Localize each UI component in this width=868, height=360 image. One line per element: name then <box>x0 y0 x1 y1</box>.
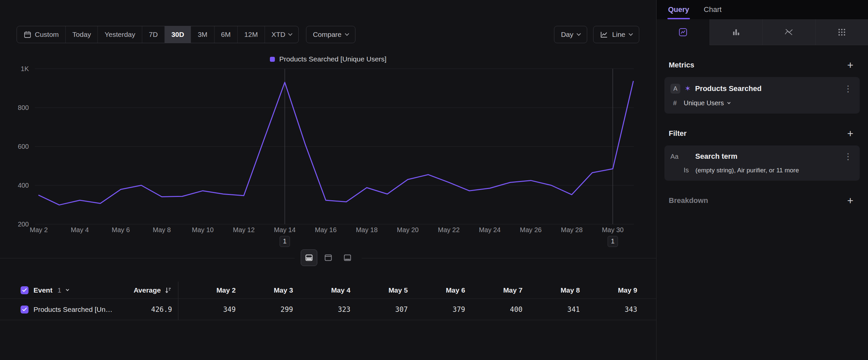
chevron-down-icon <box>629 32 633 36</box>
chart-type-tabs <box>657 19 868 45</box>
chart-only-view-icon[interactable] <box>320 249 337 266</box>
granularity-button[interactable]: Day <box>554 26 587 43</box>
date-column-header[interactable]: May 9 <box>580 282 637 299</box>
split-view-icon[interactable] <box>301 249 317 266</box>
svg-text:1: 1 <box>283 238 286 245</box>
row-value: 307 <box>350 299 408 320</box>
svg-text:May 6: May 6 <box>112 226 130 233</box>
row-checkbox[interactable] <box>21 306 29 313</box>
filter-property-name[interactable]: Search term <box>695 152 842 161</box>
average-column-header[interactable]: Average <box>113 282 178 299</box>
filter-value[interactable]: (empty string), Air purifier, or 11 more <box>695 167 799 174</box>
calendar-icon <box>24 31 31 38</box>
date-column-header[interactable]: May 7 <box>465 282 523 299</box>
event-count: 1 <box>57 286 61 294</box>
check-icon <box>22 288 27 292</box>
legend-label: Products Searched [Unique Users] <box>279 55 386 63</box>
svg-text:May 8: May 8 <box>153 226 171 233</box>
svg-text:May 22: May 22 <box>438 226 460 233</box>
sidebar-tab-bar: Query Chart <box>657 0 868 19</box>
table-row[interactable]: Products Searched [Unique Users]426.9349… <box>0 299 656 320</box>
svg-text:May 26: May 26 <box>520 226 542 233</box>
sort-icon[interactable] <box>164 286 172 294</box>
add-filter-button[interactable]: + <box>847 128 854 139</box>
svg-text:May 18: May 18 <box>356 226 378 233</box>
metrics-section-header: Metrics + <box>669 60 854 71</box>
row-value: 400 <box>465 299 523 320</box>
event-label: Event <box>33 286 52 294</box>
date-range-7d[interactable]: 7D <box>142 26 164 43</box>
metric-card[interactable]: A ✶ Products Searched ⋮ # Unique Users <box>664 77 860 114</box>
tab-chart[interactable]: Chart <box>704 0 722 19</box>
date-range-12m[interactable]: 12M <box>238 26 265 43</box>
date-column-header[interactable]: May 4 <box>293 282 350 299</box>
chart-type-button[interactable]: Line <box>593 26 639 43</box>
chevron-down-icon <box>66 288 69 291</box>
number-type-icon: # <box>673 99 684 107</box>
date-column-header[interactable]: May 2 <box>178 282 236 299</box>
chart-legend: Products Searched [Unique Users] <box>0 55 656 63</box>
more-chart-types-icon[interactable] <box>815 19 868 45</box>
kebab-menu-icon[interactable]: ⋮ <box>842 152 854 161</box>
line-chart-svg: 2004006008001K11May 2May 4May 6May 8May … <box>0 63 656 254</box>
date-range-today[interactable]: Today <box>65 26 97 43</box>
metric-name[interactable]: Products Searched <box>695 84 838 93</box>
aggregation-selector[interactable]: Unique Users <box>684 99 730 107</box>
date-range-30d[interactable]: 30D <box>164 26 191 43</box>
check-icon <box>22 307 27 311</box>
chevron-down-icon <box>577 32 581 36</box>
filter-card[interactable]: Aa Search term ⋮ Is (empty string), Air … <box>664 145 860 181</box>
line-chart: 2004006008001K11May 2May 4May 6May 8May … <box>0 63 656 254</box>
line-chart-icon <box>600 31 608 38</box>
row-value: 323 <box>293 299 350 320</box>
layout-toggles <box>0 249 656 266</box>
chevron-down-icon <box>345 32 349 36</box>
compare-label: Compare <box>313 31 341 38</box>
date-range-6m[interactable]: 6M <box>214 26 238 43</box>
svg-text:600: 600 <box>18 143 29 150</box>
row-label: Products Searched [Unique Users] <box>33 306 113 313</box>
retention-chart-tab-icon[interactable] <box>762 19 815 45</box>
bar-chart-tab-icon[interactable] <box>710 19 763 45</box>
breakdown-section-header: Breakdown + <box>669 195 854 206</box>
svg-text:May 12: May 12 <box>233 226 255 233</box>
metrics-heading: Metrics <box>669 61 694 70</box>
tab-chart-label: Chart <box>704 5 722 14</box>
add-breakdown-button[interactable]: + <box>847 195 854 206</box>
chevron-down-icon <box>727 101 731 104</box>
string-type-icon: Aa <box>671 153 680 160</box>
legend-swatch <box>270 57 275 62</box>
line-chart-tab-icon[interactable] <box>657 19 710 45</box>
date-range-group: CustomTodayYesterday7D30D3M6M12MXTD <box>17 26 299 43</box>
svg-text:1: 1 <box>611 238 615 245</box>
table-only-view-icon[interactable] <box>339 249 356 266</box>
svg-text:800: 800 <box>18 104 29 111</box>
svg-text:May 20: May 20 <box>397 226 419 233</box>
row-value: 379 <box>408 299 465 320</box>
tab-query[interactable]: Query <box>668 0 689 19</box>
granularity-label: Day <box>561 31 573 38</box>
filter-operator[interactable]: Is <box>684 166 689 174</box>
svg-text:May 14: May 14 <box>274 226 296 233</box>
select-all-checkbox[interactable] <box>21 286 29 294</box>
date-column-header[interactable]: May 3 <box>236 282 293 299</box>
date-range-custom[interactable]: Custom <box>17 26 65 43</box>
date-column-header[interactable]: May 8 <box>523 282 580 299</box>
kebab-menu-icon[interactable]: ⋮ <box>842 84 854 93</box>
date-column-header[interactable]: May 5 <box>350 282 408 299</box>
date-column-header[interactable]: May 6 <box>408 282 465 299</box>
toolbar-right: Day Line <box>554 26 639 43</box>
svg-text:400: 400 <box>18 182 29 189</box>
aggregation-label: Unique Users <box>684 99 724 107</box>
event-column-header[interactable]: Event 1 <box>0 282 113 299</box>
compare-button[interactable]: Compare <box>306 26 355 43</box>
svg-text:May 30: May 30 <box>602 226 624 233</box>
breakdown-heading: Breakdown <box>669 196 708 205</box>
date-range-yesterday[interactable]: Yesterday <box>97 26 142 43</box>
date-range-xtd[interactable]: XTD <box>265 26 299 43</box>
svg-text:May 24: May 24 <box>479 226 501 233</box>
tab-query-label: Query <box>668 5 689 14</box>
add-metric-button[interactable]: + <box>847 60 854 71</box>
date-range-3m[interactable]: 3M <box>191 26 214 43</box>
svg-text:May 28: May 28 <box>561 226 583 233</box>
